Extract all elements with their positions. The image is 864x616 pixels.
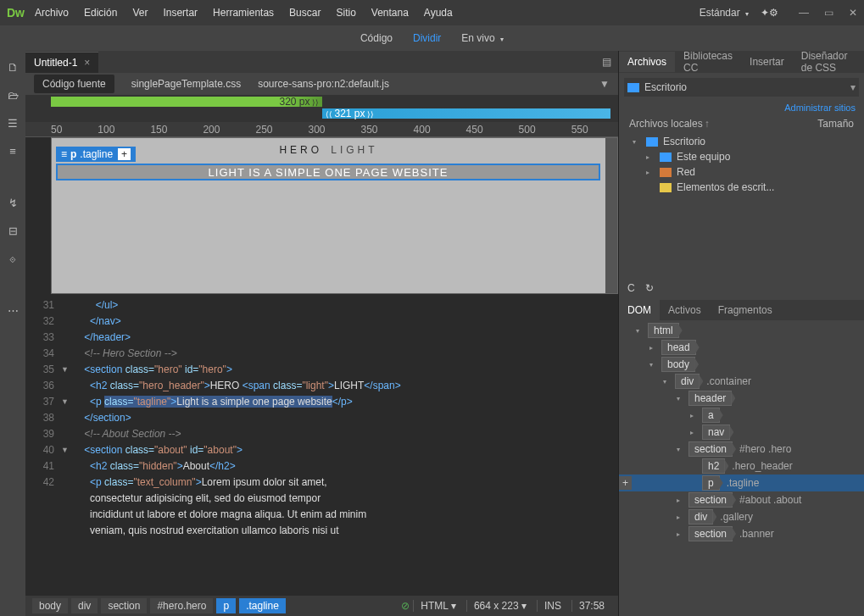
tree-row[interactable]: ▾Escritorio (624, 134, 859, 149)
menu-sitio[interactable]: Sitio (336, 7, 355, 19)
comment-icon[interactable]: ⊟ (8, 225, 18, 237)
dom-row[interactable]: ▾header (619, 390, 864, 407)
document-tabs: Untitled-1× ▤ (25, 51, 618, 73)
view-split[interactable]: Dividir (413, 32, 441, 44)
status-ok-icon: ⊘ (401, 600, 410, 612)
breadcrumb-section[interactable]: section (101, 598, 147, 613)
more-icon[interactable]: ⋯ (8, 304, 19, 317)
tree-row[interactable]: ▸Este equipo (624, 149, 859, 164)
main-menu: Archivo Edición Ver Insertar Herramienta… (35, 7, 700, 19)
menu-insertar[interactable]: Insertar (163, 7, 198, 19)
breadcrumb-div[interactable]: div (71, 598, 98, 613)
menu-buscar[interactable]: Buscar (289, 7, 321, 19)
insert-mode[interactable]: INS (537, 600, 568, 612)
add-selector-icon[interactable]: + (118, 148, 131, 160)
dom-row[interactable]: ▸section#about .about (619, 491, 864, 508)
media-query-bars: 320 px ⟩⟩ ⟨⟨ 321 px ⟩⟩ (25, 95, 618, 122)
window-options-icon[interactable]: ▤ (602, 56, 611, 68)
related-js-file[interactable]: source-sans-pro:n2:default.js (258, 78, 389, 90)
code-tool-icon[interactable]: ≡ (9, 145, 16, 158)
preview-scrollbar[interactable] (605, 138, 617, 293)
manage-icon[interactable]: ☰ (8, 117, 18, 130)
menu-ver[interactable]: Ver (132, 7, 148, 19)
menu-ayuda[interactable]: Ayuda (424, 7, 453, 19)
live-preview[interactable]: HERO LIGHT LIGHT IS A SIMPLE ONE PAGE WE… (51, 137, 618, 294)
title-bar: Dw Archivo Edición Ver Insertar Herramie… (0, 0, 864, 25)
related-files-bar: Código fuente singlePageTemplate.css sou… (25, 73, 618, 95)
dom-row[interactable]: ▸a (619, 407, 864, 424)
menu-ventana[interactable]: Ventana (371, 7, 409, 19)
dom-row[interactable]: h2.hero_header (619, 458, 864, 474)
tagline-paragraph[interactable]: LIGHT IS A SIMPLE ONE PAGE WEBSITE (56, 164, 600, 180)
dom-tree: ▾html▸head▾body▾div.container▾header▸a▸n… (619, 320, 864, 616)
dom-row[interactable]: ▸section.banner (619, 525, 864, 542)
breadcrumb-hero[interactable]: #hero.hero (150, 598, 213, 613)
dimensions-display[interactable]: 664 x 223 ▾ (466, 600, 533, 612)
media-query-321[interactable]: ⟨⟨ 321 px ⟩⟩ (322, 108, 610, 119)
media-query-320[interactable]: 320 px ⟩⟩ (51, 97, 322, 107)
dom-row[interactable]: ▾body (619, 356, 864, 373)
panel-tab-insertar[interactable]: Insertar (741, 52, 793, 72)
language-selector[interactable]: HTML ▾ (413, 600, 463, 612)
wand-icon[interactable]: ↯ (8, 197, 18, 209)
refresh-icon[interactable]: C (627, 282, 635, 294)
dom-row[interactable]: ▾section#hero .hero (619, 441, 864, 458)
right-panels: Archivos Bibliotecas CC Insertar Diseñad… (618, 51, 864, 616)
dom-row[interactable]: ▸div.gallery (619, 508, 864, 525)
element-display[interactable]: ≡ p .tagline + (56, 147, 136, 162)
file-tree: ▾Escritorio▸Este equipo▸RedElementos de … (624, 132, 859, 197)
menu-archivo[interactable]: Archivo (35, 7, 69, 19)
dom-row[interactable]: +p.tagline (619, 474, 864, 491)
status-bar: body div section #hero.hero p .tagline ⊘… (25, 596, 618, 616)
panel-tab-archivos[interactable]: Archivos (619, 52, 675, 72)
dom-row[interactable]: ▾div.container (619, 373, 864, 390)
doc-tab-untitled[interactable]: Untitled-1× (25, 52, 98, 73)
format-icon[interactable]: ⟐ (9, 253, 16, 265)
breadcrumb-p[interactable]: p (216, 598, 236, 613)
close-icon[interactable]: ✕ (849, 7, 857, 19)
source-file-tab[interactable]: Código fuente (34, 75, 114, 93)
minimize-icon[interactable]: — (799, 7, 809, 19)
panel-tab-activos[interactable]: Activos (660, 300, 710, 320)
menu-edicion[interactable]: Edición (84, 7, 117, 19)
filter-icon[interactable]: ▼ (599, 78, 610, 90)
menu-herramientas[interactable]: Herramientas (213, 7, 274, 19)
time-display: 37:58 (571, 600, 611, 612)
panel-tab-fragmentos[interactable]: Fragmentos (710, 300, 781, 320)
open-file-icon[interactable]: 🗁 (8, 89, 19, 102)
add-node-icon[interactable]: + (619, 476, 632, 490)
dom-row[interactable]: ▾html (619, 322, 864, 339)
panel-tab-dom[interactable]: DOM (619, 300, 660, 320)
collapse-icon[interactable]: ↻ (645, 282, 654, 294)
sync-icon[interactable]: ✦⚙ (761, 7, 778, 19)
related-css-file[interactable]: singlePageTemplate.css (131, 78, 241, 90)
view-code[interactable]: Código (360, 32, 393, 44)
code-editor[interactable]: 31 </ul> 32 </nav> 33 </header> 34 <!-- … (25, 294, 618, 596)
maximize-icon[interactable]: ▭ (824, 7, 833, 19)
hamburger-icon[interactable]: ≡ (61, 148, 67, 160)
view-live[interactable]: En vivo ▾ (461, 32, 504, 44)
manage-sites-link[interactable]: Administrar sitios (784, 103, 856, 113)
tree-row[interactable]: ▸Red (624, 164, 859, 180)
desktop-icon (627, 83, 639, 92)
left-toolbar: 🗋 🗁 ☰ ≡ ↯ ⊟ ⟐ ⋯ (0, 51, 25, 616)
breadcrumb-body[interactable]: body (32, 598, 68, 613)
tree-row[interactable]: Elementos de escrit... (624, 180, 859, 195)
site-selector[interactable]: Escritorio ▾ (624, 78, 859, 97)
app-logo: Dw (7, 6, 25, 19)
ruler: 50100150200250300350400450500550600650 (25, 122, 618, 137)
breadcrumb-tagline[interactable]: .tagline (239, 598, 286, 613)
tab-close-icon[interactable]: × (84, 57, 90, 69)
dom-row[interactable]: ▸nav (619, 424, 864, 441)
new-file-icon[interactable]: 🗋 (8, 61, 19, 74)
workspace-selector[interactable]: Estándar ▾ (700, 7, 749, 19)
dom-row[interactable]: ▸head (619, 339, 864, 356)
